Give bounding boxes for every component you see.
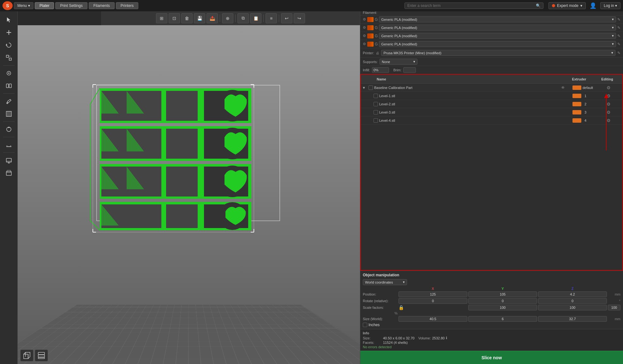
object-row-child3[interactable]: Level-3.stl 3 ⚙ — [361, 108, 622, 116]
user-area: Expert mode ▾ 👤 Log in ▾ — [548, 2, 620, 9]
filament-edit-3[interactable]: ✎ — [617, 34, 620, 38]
scale-y[interactable] — [538, 305, 607, 310]
svg-rect-3 — [9, 58, 11, 60]
tool-paint[interactable] — [3, 95, 15, 107]
search-icon: 🔍 — [536, 3, 541, 8]
printer-config-icon: 🖨 — [376, 51, 379, 55]
filament-select-1[interactable]: Generic PLA (modified) ▾ — [379, 16, 616, 22]
tab-plater[interactable]: Plater — [35, 2, 54, 9]
axis-header-row: X Y Z — [363, 287, 620, 291]
child2-checkbox[interactable] — [374, 102, 378, 106]
sidebar-sep4 — [3, 137, 15, 137]
position-x[interactable] — [398, 291, 467, 297]
sidebar-sep1 — [3, 65, 15, 66]
menu-button[interactable]: Menu ▾ — [14, 2, 33, 9]
viewport[interactable] — [18, 25, 360, 364]
filament-select-3[interactable]: Generic PLA (modified) ▾ — [379, 33, 616, 39]
tool-rotate[interactable] — [3, 39, 15, 51]
size-z[interactable] — [538, 316, 607, 322]
parent-visible-icon[interactable]: 👁 — [561, 85, 565, 90]
filament-select-4[interactable]: Generic PLA (modified) ▾ — [379, 41, 616, 47]
search-input[interactable] — [407, 3, 536, 8]
tool-display2[interactable] — [3, 167, 15, 179]
logo[interactable]: S — [3, 1, 13, 10]
child4-extruder-label: 4 — [583, 119, 588, 122]
child3-extruder-label: 3 — [583, 110, 588, 114]
expert-mode-button[interactable]: Expert mode ▾ — [548, 2, 586, 9]
rotate-z[interactable] — [538, 298, 607, 304]
tool-display1[interactable] — [3, 154, 15, 166]
child1-checkbox[interactable] — [374, 94, 378, 98]
tool-split[interactable] — [3, 80, 15, 92]
tool-scale[interactable] — [3, 52, 15, 64]
parent-edit-icon[interactable]: ⚙ — [605, 85, 612, 90]
toolbar-redo[interactable]: ↪ — [294, 13, 305, 23]
object-row-child2[interactable]: Level-2.stl 2 ⚙ — [361, 100, 622, 108]
scale-z[interactable] — [608, 305, 620, 310]
rotate-y[interactable] — [468, 298, 537, 304]
scale-x[interactable] — [468, 305, 537, 310]
size-x[interactable] — [398, 316, 467, 322]
inches-checkbox[interactable] — [363, 323, 367, 327]
toolbar-undo[interactable]: ↩ — [281, 13, 292, 23]
object-row-child4[interactable]: Level-4.stl 4 ⚙ — [361, 116, 622, 125]
tool-support[interactable] — [3, 108, 15, 120]
info-size-value: 40.50 x 6.00 x 32.70 — [383, 336, 415, 340]
printer-select[interactable]: Prusa MK3S Printer (Mine) (modified) ▾ — [381, 50, 615, 56]
toolbar-export[interactable]: 📤 — [207, 13, 218, 23]
object-row-parent[interactable]: ▼ Baseline Calibration Part 👁 default ⚙ — [361, 84, 622, 92]
toolbar-copy[interactable]: ⧉ — [237, 13, 249, 23]
filament-edit-4[interactable]: ✎ — [617, 42, 620, 46]
vc-cube[interactable] — [20, 349, 33, 361]
coord-system-dropdown[interactable]: World coordinates ▾ — [363, 279, 407, 285]
printer-edit-icon[interactable]: ✎ — [617, 51, 620, 55]
infill-input[interactable] — [372, 67, 389, 73]
tool-move[interactable] — [3, 26, 15, 38]
tab-print-settings[interactable]: Print Settings — [55, 2, 87, 9]
svg-line-54 — [24, 352, 26, 354]
toolbar-addpart[interactable]: ⊕ — [222, 13, 233, 23]
filament-select-2[interactable]: Generic PLA (modified) ▾ — [379, 25, 616, 31]
parent-name: Baseline Calibration Part — [374, 86, 560, 90]
toolbar-layers[interactable]: ≡ — [266, 13, 277, 23]
login-button[interactable]: Log in ▾ — [600, 2, 620, 9]
viewport-controls — [20, 349, 48, 361]
tool-measure[interactable] — [3, 139, 15, 151]
rotate-x[interactable] — [398, 298, 467, 304]
object-row-child1[interactable]: Level-1.stl 1 ⚙ — [361, 92, 622, 100]
supports-select[interactable]: None ▾ — [380, 59, 417, 65]
brim-input[interactable] — [403, 67, 416, 73]
scale-lock-icon[interactable]: 🔒 — [398, 305, 404, 310]
tab-filaments[interactable]: Filaments — [89, 2, 115, 9]
filament-edit-1[interactable]: ✎ — [617, 17, 620, 22]
position-z[interactable] — [538, 291, 607, 297]
size-y[interactable] — [468, 316, 537, 322]
vc-layers[interactable] — [35, 349, 48, 361]
toolbar-paste[interactable]: 📋 — [250, 13, 261, 23]
svg-rect-53 — [24, 354, 28, 359]
position-y[interactable] — [468, 291, 537, 297]
size-label: Size (World): — [363, 317, 398, 321]
filament-row-1: ⚙ G Generic PLA (modified) ▾ ✎ — [360, 15, 623, 24]
filament-row-2: ⚙ G Generic PLA (modified) ▾ ✎ — [360, 24, 623, 32]
toolbar-arrange[interactable]: ⊡ — [169, 13, 180, 23]
toolbar-delete[interactable]: 🗑 — [181, 13, 193, 23]
child3-checkbox[interactable] — [374, 110, 378, 114]
tool-seam[interactable] — [3, 123, 15, 135]
child4-checkbox[interactable] — [374, 118, 378, 123]
svg-rect-37 — [166, 167, 198, 197]
child4-name: Level-4.stl — [379, 119, 565, 122]
tab-printers[interactable]: Printers — [116, 2, 138, 9]
parent-extruder-color — [572, 85, 581, 90]
slice-button[interactable]: Slice now — [360, 351, 623, 364]
printer-row: Printer: 🖨 Prusa MK3S Printer (Mine) (mo… — [360, 48, 623, 58]
tool-place[interactable] — [3, 67, 15, 79]
parent-checkbox[interactable] — [368, 85, 373, 90]
toolbar-save[interactable]: 💾 — [194, 13, 205, 23]
toolbar: ⊞ ⊡ 🗑 💾 📤 ⊕ ⧉ 📋 ≡ ↩ ↪ — [101, 11, 360, 25]
toolbar-add[interactable]: ⊞ — [156, 13, 167, 23]
parent-extruder-label: default — [583, 86, 588, 90]
tool-select[interactable] — [3, 14, 15, 26]
position-label: Position: — [363, 292, 398, 296]
filament-edit-2[interactable]: ✎ — [617, 26, 620, 30]
